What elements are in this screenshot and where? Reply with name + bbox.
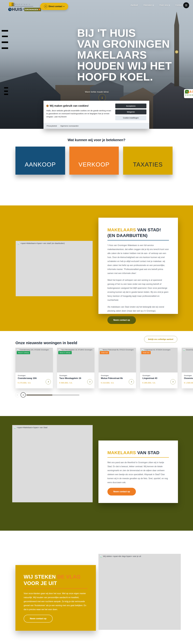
broken-image-icon [17,242,19,245]
service-block-taxaties[interactable]: TAXATIES [123,146,173,175]
review-bubble-icon: ★ [185,90,189,94]
broken-image-placeholder: <span>Makelaars</span> van stad! (en daa… [16,241,93,296]
image-alt-text: Taco Mesdagplein 16, 9718KG Groningen [61,349,92,351]
property-image-placeholder: Mutua Fidesstraat 6b, 9741CA Groningen O… [99,348,136,372]
broken-image-placeholder: Wij steken <span>de vlag</span> voor je … [98,554,181,630]
property-price: € 1.500.000,- k.k. [184,382,193,384]
chevron-right-icon [89,381,90,382]
direct-contact-button[interactable]: ✉ Direct contact [40,3,68,10]
cookie-settings-button[interactable]: Cookie-instellingen [115,116,146,120]
image-alt-text: <span>Makelaars</span> van stad! (en daa… [20,242,65,244]
property-card[interactable]: Mutua Fidesstraat 6b, 9741CA Groningen O… [99,348,136,388]
logo-t-icon: 't [8,8,11,11]
title-underline [24,588,88,588]
status-badge: Nieuw in verkoop [17,351,30,354]
status-badge: Nieuw in verkoop [58,351,72,354]
listings-heading: Onze nieuwste woningen in beeld [15,341,77,345]
logo-groningen-text: GRONINGEN [24,8,41,11]
decorative-bar [4,90,8,92]
title-underline [107,457,169,458]
decorative-bar [2,42,8,43]
decorative-bar [2,30,8,32]
property-arrow-button[interactable] [46,379,51,384]
property-image-placeholder: Taco Mesdagplein 16, 9718KG Groningen Ni… [57,348,94,372]
contact-button[interactable]: Neem contact op [107,316,136,324]
menu-button[interactable] [183,2,189,8]
property-card[interactable]: Lingestraat 43, 9725GN Groningen Onder b… [140,348,178,388]
nav-item-contact[interactable]: Contact [175,4,183,6]
property-card[interactable]: Coendersweg 10A, 9722GE Groningen Nieuw … [15,348,53,388]
property-city: Groningen [184,374,193,376]
image-alt-text: <span>Makelaars</span> van Stad [17,426,47,428]
property-city: Groningen [59,374,92,376]
property-street: Lingestraat 43 [142,377,175,380]
property-arrow-button[interactable] [87,379,92,384]
broken-image-icon [100,349,102,351]
status-badge: Onder bod [141,351,151,354]
card-title: MAKELAARS VAN STAD [107,450,169,456]
title-underline [107,240,169,240]
section-makelaars-van-stad-daarbuiten: <span>Makelaars</span> van stad! (en daa… [0,206,193,331]
card-paragraph: 't Huis van Groningen Makelaars is een f… [107,243,169,275]
review-rating-widget[interactable]: ★ 9.5 ★★★★★ [184,89,193,98]
main-nav: Aanbod Diensten Over ons Contact [131,4,183,6]
cookie-deny-button[interactable]: Weigeren [115,110,146,114]
chevron-down-icon [153,4,154,6]
property-card[interactable]: Ossenmarkt 5, 9712NZ Groningen Groningen… [182,348,193,388]
carousel-progress-fill [26,394,52,396]
decorative-bar [4,87,8,88]
direct-contact-label: Direct contact [48,5,62,8]
contact-button[interactable]: Neem contact op [24,615,53,622]
chevron-down-icon [169,4,170,6]
logo-rule [9,6,33,6]
privacy-policy-link[interactable]: Privacybeleid [47,125,57,127]
nav-item-aanbod[interactable]: Aanbod [131,4,138,6]
card-paragraph: Voor onze klanten gaan wij door het vuur… [24,592,88,612]
nav-item-diensten[interactable]: Diensten [144,4,154,6]
logo[interactable]: Makelaars 't HUIS van GRONINGEN [8,2,34,12]
property-card[interactable]: Taco Mesdagplein 16, 9718KG Groningen Ni… [57,348,94,388]
cookie-accept-button[interactable]: Accepteren [115,104,146,108]
content-card: MAKELAARS VAN STAD Met ons pand aan de A… [98,440,178,503]
broken-image-icon [100,555,102,558]
card-title: WIJ STEKEN DE VLAGVOOR JE UIT [24,574,88,586]
hero-title-line: BIJ 'T HUIS [77,28,191,38]
property-street: Ossenmarkt 5 [184,377,193,380]
property-image-placeholder: Ossenmarkt 5, 9712NZ Groningen [182,348,193,372]
broken-image-icon [183,349,185,351]
carousel-progress-track[interactable] [26,394,79,396]
broken-image-icon [58,349,61,351]
status-badge: Onder bod [100,351,109,354]
terms-link[interactable]: Algemene voorwaarden [60,125,79,127]
property-image-placeholder: Lingestraat 43, 9725GN Groningen Onder b… [140,348,178,372]
logo-huis-text: HUIS [12,7,22,12]
content-card: MAKELAARS VAN STAD!(EN DAARBUITEN) 't Hu… [98,218,178,314]
broken-image-icon [17,349,19,351]
property-arrow-button[interactable] [129,379,134,384]
service-block-verkoop[interactable]: VERKOOP [69,146,119,175]
chevron-right-icon [47,381,49,382]
hero-title-line: HOUDEN WIJ HET [77,60,191,71]
card-paragraph: Met ons pand aan de Akerkhof in Groninge… [107,460,169,484]
hero-title-line: MAKELAARS [77,50,191,60]
scroll-down-button[interactable]: ↓ [99,94,106,101]
service-block-aankoop[interactable]: AANKOOP [15,146,65,175]
contact-button[interactable]: Neem contact op [107,488,136,496]
header: Makelaars 't HUIS van GRONINGEN ✉ Direct… [0,0,193,14]
property-arrow-button[interactable] [170,379,176,384]
mail-icon: ✉ [44,5,47,8]
property-city: Groningen [18,374,51,376]
image-alt-text: Lingestraat 43, 9725GN Groningen [144,349,170,351]
carousel-next-button[interactable]: → [20,392,26,398]
image-alt-text: Wij steken <span>de vlag</span> voor je … [103,555,141,557]
cookie-body-text: Hallo, deze website gebruikt essentiële … [46,109,113,118]
logo-makelaars-text: Makelaars [15,3,31,5]
section-vlag: WIJ STEKEN DE VLAGVOOR JE UIT Voor onze … [0,531,193,644]
broken-image-icon [14,426,16,429]
view-all-listings-button[interactable]: Bekijk ons volledige aanbod [144,336,177,342]
cookie-consent-dialog: Wij maken gebruik van cookies! Hallo, de… [43,101,149,129]
logo-lines-icon [11,3,14,6]
nav-item-over-ons[interactable]: Over ons [159,4,170,6]
carousel-prev-button[interactable]: ← [15,392,20,397]
logo-van-text: van [23,9,24,10]
